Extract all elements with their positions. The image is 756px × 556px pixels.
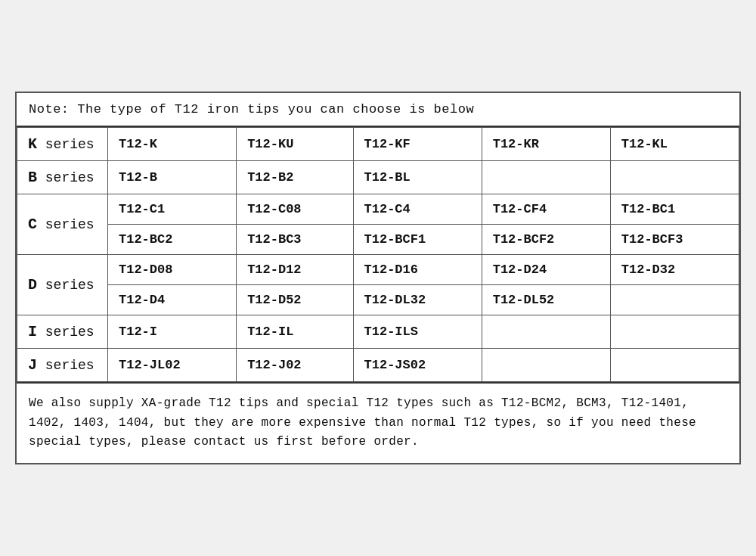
tip-cell: T12-C08	[237, 194, 353, 225]
tip-cell	[482, 315, 610, 349]
tip-cell: T12-BCF1	[353, 225, 482, 255]
tip-cell: T12-BC1	[610, 194, 739, 225]
tip-cell: T12-BC2	[108, 225, 237, 255]
tip-cell	[610, 161, 739, 194]
tip-cell	[482, 349, 610, 382]
tip-cell: T12-DL52	[482, 285, 610, 315]
table-row: J seriesT12-JL02T12-J02T12-JS02	[17, 349, 739, 382]
tip-cell: T12-JS02	[353, 349, 482, 382]
series-label: J series	[17, 349, 108, 382]
tip-cell: T12-D52	[237, 285, 353, 315]
table-row: T12-D4T12-D52T12-DL32T12-DL52	[17, 285, 739, 315]
tip-cell: T12-C1	[108, 194, 237, 225]
tip-cell: T12-KL	[610, 128, 739, 161]
tip-cell: T12-BL	[353, 161, 482, 194]
tip-cell: T12-JL02	[108, 349, 237, 382]
table-row: D seriesT12-D08T12-D12T12-D16T12-D24T12-…	[17, 255, 739, 285]
table-row: K seriesT12-KT12-KUT12-KFT12-KRT12-KL	[17, 128, 739, 161]
tip-cell: T12-B2	[237, 161, 353, 194]
table-row: I seriesT12-IT12-ILT12-ILS	[17, 315, 739, 349]
tip-cell	[610, 285, 739, 315]
series-letter: I	[28, 323, 37, 340]
series-letter: B	[28, 169, 37, 186]
tip-cell: T12-D32	[610, 255, 739, 285]
tip-cell: T12-D12	[237, 255, 353, 285]
series-letter: D	[28, 276, 37, 294]
tip-cell: T12-D4	[108, 285, 237, 315]
tip-cell: T12-BCF3	[610, 225, 739, 255]
table-row: B seriesT12-BT12-B2T12-BL	[17, 161, 739, 194]
tip-cell: T12-KU	[237, 128, 353, 161]
tip-cell: T12-B	[108, 161, 237, 194]
main-container: Note: The type of T12 iron tips you can …	[15, 92, 741, 464]
series-letter: J	[28, 356, 37, 374]
series-label: D series	[17, 255, 108, 315]
tip-cell: T12-KF	[353, 128, 482, 161]
tip-cell: T12-BC3	[237, 225, 353, 255]
tip-cell: T12-KR	[482, 128, 610, 161]
tip-cell	[482, 161, 610, 194]
tip-cell: T12-C4	[353, 194, 482, 225]
footer-note: We also supply XA-grade T12 tips and spe…	[17, 382, 739, 463]
tip-cell: T12-K	[108, 128, 237, 161]
tip-cell: T12-BCF2	[482, 225, 610, 255]
tip-cell: T12-CF4	[482, 194, 610, 225]
series-label: K series	[17, 128, 108, 161]
tip-cell: T12-DL32	[353, 285, 482, 315]
tip-cell: T12-D08	[108, 255, 237, 285]
tip-cell: T12-IL	[237, 315, 353, 349]
series-label: B series	[17, 161, 108, 194]
tips-table: K seriesT12-KT12-KUT12-KFT12-KRT12-KLB s…	[17, 127, 739, 382]
tip-cell: T12-D16	[353, 255, 482, 285]
table-row: T12-BC2T12-BC3T12-BCF1T12-BCF2T12-BCF3	[17, 225, 739, 255]
tip-cell: T12-ILS	[353, 315, 482, 349]
tip-cell	[610, 349, 739, 382]
series-label: I series	[17, 315, 108, 349]
tip-cell: T12-I	[108, 315, 237, 349]
series-letter: K	[28, 135, 37, 153]
tip-cell: T12-J02	[237, 349, 353, 382]
tip-cell	[610, 315, 739, 349]
series-label: C series	[17, 194, 108, 255]
table-row: C seriesT12-C1T12-C08T12-C4T12-CF4T12-BC…	[17, 194, 739, 225]
note-text: Note: The type of T12 iron tips you can …	[17, 93, 739, 127]
tip-cell: T12-D24	[482, 255, 610, 285]
series-letter: C	[28, 216, 37, 233]
